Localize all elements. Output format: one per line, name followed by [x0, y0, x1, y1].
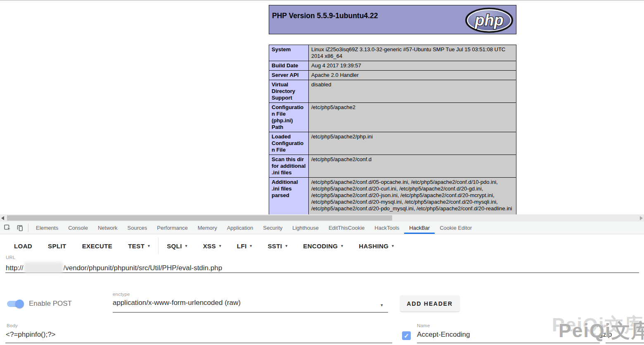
- header-enabled-checkbox[interactable]: [402, 331, 411, 340]
- enable-post-toggle[interactable]: [7, 301, 24, 307]
- phpinfo-row: Scan this dir for additional .ini files …: [269, 155, 516, 178]
- phpinfo-row-value: Apache 2.0 Handler: [309, 71, 516, 80]
- menu-separator: [158, 238, 159, 254]
- hackbar-menu-item[interactable]: SPLIT: [48, 243, 66, 250]
- devtools-tab[interactable]: Security: [258, 221, 287, 234]
- hackbar-menu-item[interactable]: LOAD: [14, 243, 32, 250]
- phpinfo-row-label: Build Date: [269, 61, 309, 71]
- chevron-down-icon: [250, 244, 252, 248]
- devtools-tab-label: EditThisCookie: [329, 225, 365, 231]
- hackbar-menu-item-label: LFI: [237, 243, 247, 250]
- header-name-input[interactable]: Accept-Encoding: [417, 331, 470, 339]
- enable-post-label: Enable POST: [29, 300, 72, 308]
- chevron-down-icon: [341, 244, 343, 248]
- devtools-tab[interactable]: EditThisCookie: [324, 221, 369, 234]
- phpinfo-row: Build Date Aug 4 2017 19:39:57: [269, 61, 516, 71]
- svg-text:php: php: [474, 12, 504, 29]
- hackbar-menu-item[interactable]: SQLI: [167, 243, 187, 250]
- header-name-underline: [417, 343, 600, 343]
- phpinfo-table: System Linux iZ25o3isq69Z 3.13.0-32-gene…: [269, 45, 516, 227]
- devtools-tab[interactable]: Cookie Editor: [435, 221, 477, 234]
- phpinfo-row-value: /etc/php5/apache2: [309, 103, 516, 132]
- hackbar-menu-item[interactable]: TEST: [128, 243, 150, 250]
- hackbar-menu-item[interactable]: EXECUTE: [82, 243, 113, 250]
- phpinfo-row: Configuration File (php.ini) Path /etc/p…: [269, 103, 516, 132]
- body-input[interactable]: <?=phpinfo();?>: [6, 331, 56, 339]
- devtools-tab[interactable]: Performance: [152, 221, 192, 234]
- phpinfo-row-value: disabled: [309, 80, 516, 103]
- url-field-label: URL: [6, 255, 16, 260]
- enctype-label: enctype: [113, 292, 130, 297]
- phpinfo-header: PHP Version 5.5.9-1ubuntu4.22 php: [269, 5, 516, 34]
- devtools-tab-label: Elements: [36, 225, 58, 231]
- chevron-down-icon: [185, 244, 187, 248]
- phpinfo-row: System Linux iZ25o3isq69Z 3.13.0-32-gene…: [269, 45, 516, 61]
- toggle-knob[interactable]: [15, 300, 24, 308]
- phpinfo-row: Virtual Directory Support disabled: [269, 80, 516, 103]
- devtools-tab-label: Lighthouse: [292, 225, 319, 231]
- enctype-select[interactable]: application/x-www-form-urlencoded (raw): [113, 299, 241, 307]
- devtools-tab-label: Console: [68, 225, 88, 231]
- hackbar-menu-item-label: XSS: [203, 243, 216, 250]
- devtools-tab-label: Network: [98, 225, 118, 231]
- devtools-tab[interactable]: Elements: [31, 221, 63, 234]
- header-value-input[interactable]: gzip: [599, 331, 612, 339]
- phpinfo-row-value: /etc/php5/apache2/php.ini: [309, 132, 516, 155]
- devtools-tab[interactable]: HackBar: [404, 221, 435, 234]
- header-value-underline: [606, 343, 644, 343]
- hackbar-menu-item[interactable]: ENCODING: [303, 243, 343, 250]
- phpinfo-row-label: Configuration File (php.ini) Path: [269, 103, 309, 132]
- hackbar-menu-item-label: ENCODING: [303, 243, 338, 250]
- devtools-panel: Elements Console Network Sources Perform…: [0, 214, 644, 345]
- hackbar-menu-item-label: EXECUTE: [82, 243, 113, 250]
- phpinfo-row-value: /etc/php5/apache2/conf.d: [309, 155, 516, 178]
- body-field-label: Body: [7, 323, 18, 328]
- hackbar-panel: LOAD SPLIT EXECUTE TEST: [0, 234, 644, 345]
- devtools-toolbar: Elements Console Network Sources Perform…: [0, 221, 644, 234]
- hackbar-menu: LOAD SPLIT EXECUTE TEST: [14, 238, 394, 253]
- device-toolbar-icon[interactable]: [15, 223, 25, 233]
- devtools-tab[interactable]: Sources: [123, 221, 152, 234]
- hackbar-menu-item-label: SQLI: [167, 243, 182, 250]
- header-value-label: Value: [596, 323, 608, 328]
- add-header-button[interactable]: ADD HEADER: [400, 295, 459, 312]
- phpinfo-row-label: System: [269, 45, 309, 61]
- hackbar-menu-item[interactable]: SSTI: [268, 243, 287, 250]
- devtools-tab-label: Security: [263, 225, 282, 231]
- php-logo-icon: php: [464, 7, 514, 33]
- toolbar-separator: [28, 224, 28, 232]
- hackbar-menu-item-label: SPLIT: [48, 243, 66, 250]
- devtools-tab-label: Sources: [128, 225, 147, 231]
- hackbar-menu-item-label: TEST: [128, 243, 144, 250]
- horizontal-scrollbar[interactable]: [0, 214, 644, 221]
- redacted-host-blur: [24, 262, 63, 273]
- devtools-tab[interactable]: Lighthouse: [287, 221, 324, 234]
- chevron-down-icon: [219, 244, 221, 248]
- scrollbar-left-arrow-icon[interactable]: [1, 216, 4, 220]
- devtools-tab[interactable]: Application: [222, 221, 258, 234]
- select-chevron-down-icon[interactable]: [381, 302, 383, 308]
- chevron-down-icon: [285, 244, 287, 248]
- hackbar-menu-item[interactable]: LFI: [237, 243, 252, 250]
- devtools-tab[interactable]: Network: [93, 221, 123, 234]
- devtools-tab[interactable]: Memory: [193, 221, 222, 234]
- hackbar-menu-item[interactable]: XSS: [203, 243, 221, 250]
- phpinfo-row-label: Server API: [269, 71, 309, 80]
- devtools-tab-label: Cookie Editor: [440, 225, 472, 231]
- phpinfo-row: Server API Apache 2.0 Handler: [269, 71, 516, 80]
- scrollbar-thumb[interactable]: [7, 215, 392, 221]
- scrollbar-right-arrow-icon[interactable]: [640, 216, 643, 220]
- header-name-label: Name: [417, 323, 430, 328]
- enctype-underline: [113, 312, 388, 313]
- body-underline: [5, 343, 392, 343]
- chevron-down-icon: [392, 244, 394, 248]
- hackbar-menu-item[interactable]: HASHING: [359, 243, 394, 250]
- devtools-tab[interactable]: HackTools: [369, 221, 404, 234]
- devtools-tab[interactable]: Console: [63, 221, 93, 234]
- phpinfo-row-label: Loaded Configuration File: [269, 132, 309, 155]
- devtools-tab-label: HackBar: [409, 225, 430, 231]
- chevron-down-icon: [148, 244, 150, 248]
- devtools-tab-label: Performance: [157, 225, 187, 231]
- inspect-icon[interactable]: [2, 223, 12, 233]
- url-input[interactable]: http:///vendor/phpunit/phpunit/src/Util/…: [6, 262, 222, 273]
